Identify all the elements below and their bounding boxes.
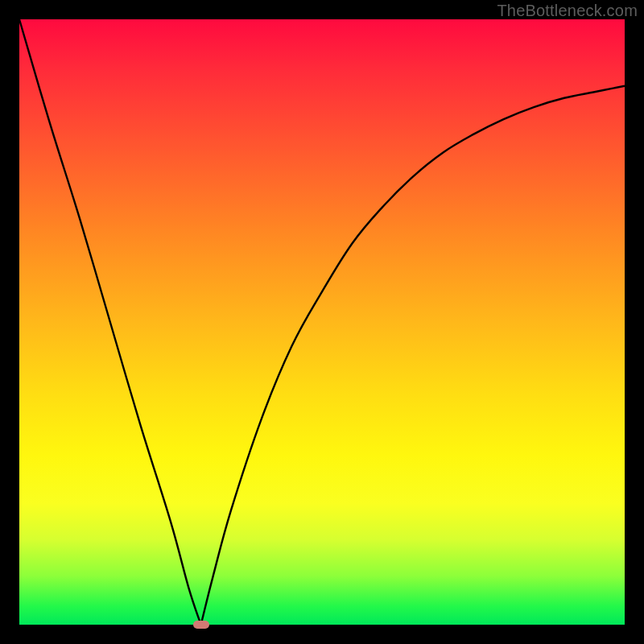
bottleneck-curve bbox=[19, 19, 625, 625]
chart-frame: TheBottleneck.com bbox=[0, 0, 644, 644]
plot-area bbox=[19, 19, 625, 625]
minimum-marker bbox=[193, 621, 209, 629]
watermark-text: TheBottleneck.com bbox=[497, 2, 638, 20]
curve-path bbox=[19, 19, 625, 629]
